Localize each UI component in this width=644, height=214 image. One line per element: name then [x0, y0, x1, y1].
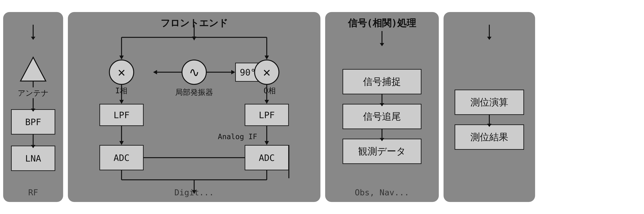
signal-section: 信号(相関)処理 信号捕捉 信号追尾 観測データ Obs, Nav... [325, 12, 439, 202]
position-section: 測位演算 測位結果 [444, 12, 535, 202]
i-mixer: ✕ [109, 60, 134, 85]
svg-marker-22 [264, 141, 269, 145]
main-container: アンテナ BPF LNA RF フロントエンド [0, 0, 644, 214]
svg-marker-16 [119, 100, 124, 104]
lpf-q-box: LPF [245, 104, 289, 126]
svg-marker-10 [153, 70, 157, 74]
svg-marker-8 [264, 56, 269, 60]
position-entry-arrow [489, 25, 490, 37]
tracking-to-obs-arrow [382, 129, 382, 139]
rf-section: アンテナ BPF LNA RF [3, 12, 63, 202]
tracking-box: 信号追尾 [342, 104, 422, 129]
analog-if-label: Analog IF [218, 132, 257, 141]
rf-blocks: アンテナ BPF LNA [11, 56, 55, 171]
capture-box: 信号捕捉 [342, 69, 422, 94]
signal-bottom-label: Obs, Nav... [355, 188, 409, 197]
adc-i-box: ADC [100, 145, 144, 170]
svg-marker-20 [119, 141, 124, 145]
adc-q-box: ADC [245, 145, 289, 170]
frontend-bottom-label: Digit... [174, 188, 214, 197]
capture-to-tracking-arrow [382, 94, 382, 104]
antenna-label: アンテナ [18, 88, 48, 98]
signal-top-arrow [382, 31, 382, 44]
antenna-to-bpf-arrow [33, 98, 34, 109]
bpf-to-lna-arrow [33, 135, 34, 146]
q-phase-label: Q相 [264, 86, 276, 96]
result-box: 測位結果 [454, 124, 524, 150]
frontend-section: フロントエンド [68, 12, 320, 202]
signal-entry-arrow [382, 31, 382, 44]
calc-to-result-arrow [489, 115, 490, 124]
q-mixer: ✕ [254, 60, 280, 85]
antenna-symbol [17, 56, 49, 87]
signal-title: 信号(相関)処理 [348, 17, 416, 30]
local-osc-label: 局部発振器 [175, 87, 213, 97]
svg-marker-12 [231, 70, 235, 74]
rf-top-arrow [33, 25, 34, 37]
position-blocks: 測位演算 測位結果 [454, 90, 524, 150]
obs-data-box: 観測データ [342, 139, 422, 164]
rf-label: RF [28, 188, 38, 197]
calc-box: 測位演算 [454, 90, 524, 115]
svg-marker-0 [20, 57, 46, 81]
i-phase-label: I相 [115, 86, 128, 96]
signal-blocks: 信号捕捉 信号追尾 観測データ [342, 69, 422, 164]
rf-entry-arrow [33, 25, 34, 37]
local-oscillator: ∿ [182, 60, 207, 85]
lna-box: LNA [11, 146, 55, 171]
lpf-i-box: LPF [100, 104, 144, 126]
bpf-box: BPF [11, 109, 55, 135]
svg-marker-18 [264, 100, 269, 104]
svg-marker-6 [119, 56, 124, 60]
position-top-arrow [489, 25, 490, 37]
